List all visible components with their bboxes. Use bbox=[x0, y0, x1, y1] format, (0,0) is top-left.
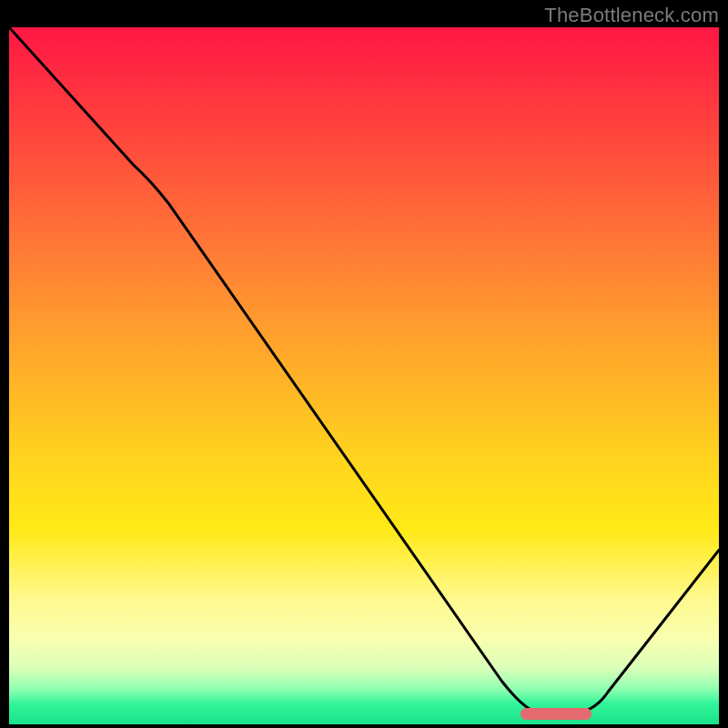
optimum-marker bbox=[521, 708, 592, 720]
chart-frame: TheBottleneck.com bbox=[0, 0, 728, 728]
plot-area bbox=[9, 27, 719, 724]
bottleneck-curve bbox=[9, 27, 719, 724]
watermark-text: TheBottleneck.com bbox=[544, 4, 719, 27]
curve-path bbox=[9, 27, 719, 714]
